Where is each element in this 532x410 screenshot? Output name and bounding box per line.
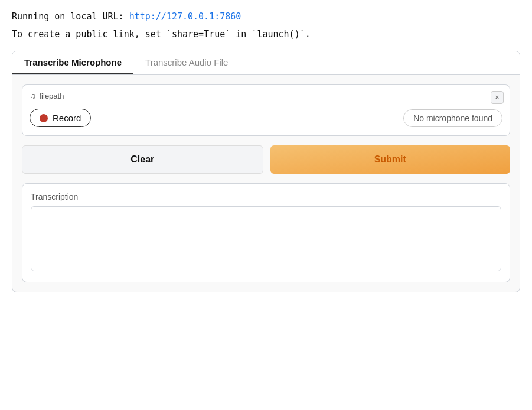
panel-content: ♫ filepath × Record No microphone found … <box>12 75 520 292</box>
main-panel: Transcribe Microphone Transcribe Audio F… <box>12 51 520 292</box>
transcription-textarea[interactable] <box>31 206 501 271</box>
tab-audiofile[interactable]: Transcribe Audio File <box>133 51 240 74</box>
audio-input-box: ♫ filepath × Record No microphone found <box>22 84 510 136</box>
public-link-hint: To create a public link, set `share=True… <box>12 27 520 41</box>
filepath-label-text: filepath <box>40 92 64 100</box>
clear-button[interactable]: Clear <box>22 145 263 174</box>
transcription-label: Transcription <box>31 192 501 201</box>
action-row: Clear Submit <box>22 145 510 174</box>
local-url-link[interactable]: http://127.0.0.1:7860 <box>129 11 241 22</box>
record-button[interactable]: Record <box>30 109 91 127</box>
transcription-box: Transcription <box>22 183 510 282</box>
tab-bar: Transcribe Microphone Transcribe Audio F… <box>12 51 520 75</box>
record-dot-icon <box>40 114 48 122</box>
submit-button[interactable]: Submit <box>270 145 511 174</box>
running-text: Running on local URL: <box>12 11 124 22</box>
no-microphone-button: No microphone found <box>403 109 502 127</box>
filepath-label-row: ♫ filepath <box>30 91 502 100</box>
record-label: Record <box>53 113 81 123</box>
close-button[interactable]: × <box>491 91 504 104</box>
music-icon: ♫ <box>30 91 36 100</box>
status-bar: Running on local URL: http://127.0.0.1:7… <box>12 9 520 41</box>
tab-microphone[interactable]: Transcribe Microphone <box>12 51 133 74</box>
record-row: Record No microphone found <box>30 106 502 129</box>
